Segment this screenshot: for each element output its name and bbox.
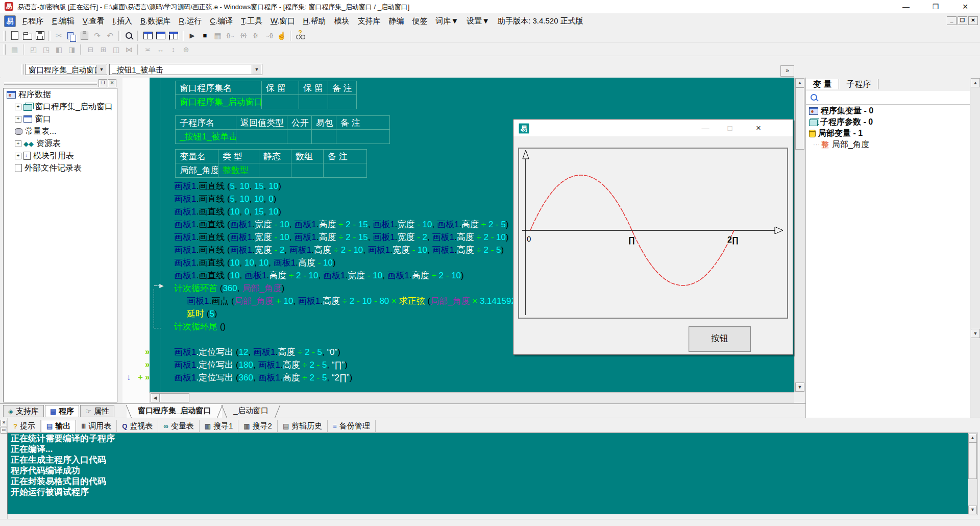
menu-item-插入[interactable]: I.插入: [109, 16, 136, 26]
menu-item-窗口[interactable]: W.窗口: [266, 16, 299, 26]
tree-item-外部文件记录表[interactable]: 外部文件记录表: [4, 162, 117, 174]
variables-tree-item[interactable]: ···整局部_角度: [806, 139, 970, 150]
menu-item-模块[interactable]: 模块: [330, 16, 353, 26]
table-value-cell[interactable]: [312, 130, 336, 144]
output-tab-剪辑历史[interactable]: ▤剪辑历史: [278, 420, 328, 432]
minimize-button[interactable]: —: [891, 0, 921, 13]
space-down-button[interactable]: ⋈: [122, 43, 135, 55]
table-value-cell[interactable]: [236, 130, 287, 144]
output-tab-变量表[interactable]: ∞变量表: [158, 420, 199, 432]
menu-item-编译[interactable]: C.编译: [206, 16, 237, 26]
program-close-button[interactable]: ×: [749, 119, 768, 136]
tree-item-模块引用表[interactable]: +模块引用表: [4, 150, 117, 162]
align-bottom-button[interactable]: ◨: [65, 43, 78, 55]
program-button[interactable]: 按钮: [689, 326, 751, 352]
code-line[interactable]: 计次循环首 (360, 局部_角度): [174, 282, 284, 295]
center-horizontal-button[interactable]: ⊟: [84, 43, 97, 55]
expand-icon[interactable]: +: [15, 153, 21, 159]
restore-button[interactable]: ❐: [921, 0, 950, 13]
variables-tree-item[interactable]: 子程序参数 - 0: [806, 116, 970, 128]
step-over-button[interactable]: {}→: [224, 30, 237, 41]
copy-button[interactable]: [65, 30, 78, 41]
code-line[interactable]: 画板1.画直线 (10, 10, 10, 画板1.高度 - 10): [174, 256, 336, 269]
panel-tab-支持库[interactable]: ◈支持库: [3, 405, 44, 417]
table-value-cell[interactable]: [324, 163, 367, 178]
table-value-cell[interactable]: [291, 163, 324, 178]
size-both-button[interactable]: ⊕: [180, 43, 192, 55]
panel-tab-程序[interactable]: ▤程序: [45, 405, 79, 417]
code-line[interactable]: 画板1.画直线 (画板1.宽度 - 10, 画板1.高度 ÷ 2 - 15, 画…: [174, 218, 509, 231]
open-file-button[interactable]: [21, 30, 34, 41]
mdi-restore-button[interactable]: ❐: [958, 16, 967, 25]
output-close-button[interactable]: ✕: [1, 420, 7, 426]
menu-item-助手版本: 3.4.520 正式版[interactable]: 助手版本: 3.4.520 正式版: [494, 16, 587, 26]
code-line[interactable]: 画板1.画直线 (5, 10, 15, 10): [174, 180, 281, 193]
document-tab-窗口程序集_启动窗口[interactable]: 窗口程序集_启动窗口: [127, 404, 222, 418]
output-tab-搜寻1[interactable]: ▥搜寻1: [200, 420, 239, 432]
panel-grip[interactable]: [4, 82, 97, 85]
variables-tree-item[interactable]: 局部变量 - 1: [806, 128, 970, 139]
variables-tab-变 量[interactable]: 变 量: [806, 79, 839, 89]
variables-scrollbar[interactable]: ▲ ▼: [970, 78, 980, 418]
run-button[interactable]: ▶: [186, 30, 199, 41]
pause-hand-button[interactable]: ☝: [275, 30, 288, 41]
window-split-vertical-button[interactable]: [141, 30, 154, 41]
undo-button[interactable]: ↶: [104, 30, 116, 41]
code-line[interactable]: 画板1.画直线 (10, 0, 15, 10): [174, 205, 281, 218]
form-grid-button[interactable]: ▦: [8, 43, 21, 55]
find-help-button[interactable]: ?: [294, 30, 307, 41]
menu-item-数据库[interactable]: B.数据库: [136, 16, 175, 26]
code-line[interactable]: 延时 (5): [187, 307, 217, 320]
code-line[interactable]: 画板1.画直线 (画板1.宽度 - 10, 画板1.高度 ÷ 2 - 15, 画…: [174, 231, 509, 244]
paste-button[interactable]: [78, 30, 91, 41]
output-log[interactable]: 正在统计需要编译的子程序正在编译...正在生成主程序入口代码程序代码编译成功正在…: [7, 433, 969, 514]
code-vertical-scrollbar[interactable]: ▲ ▼: [794, 78, 805, 392]
table-value-cell[interactable]: _按钮1_被单击: [175, 130, 236, 144]
make-same-height-button[interactable]: ↔: [154, 43, 167, 55]
stop-button[interactable]: ■: [199, 30, 211, 41]
output-tab-监视表[interactable]: Q监视表: [117, 420, 158, 432]
chevron-down-icon[interactable]: ▼: [252, 65, 261, 74]
window-split-grid-button[interactable]: [167, 30, 180, 41]
table-value-cell[interactable]: 局部_角度: [175, 163, 218, 178]
step-out-button[interactable]: {}↑: [250, 30, 262, 41]
menu-item-便签[interactable]: 便签: [408, 16, 431, 26]
step-into-button[interactable]: {+}: [237, 30, 250, 41]
mdi-minimize-button[interactable]: _: [947, 16, 957, 25]
assembly-combobox[interactable]: 窗口程序集_启动窗口 ▼: [26, 64, 107, 75]
panel-float-button[interactable]: ❐: [99, 79, 107, 87]
expand-icon[interactable]: +: [15, 116, 21, 123]
space-across-button[interactable]: ◫: [110, 43, 122, 55]
code-line[interactable]: 画板1.画直线 (5, 10, 10, 0): [174, 193, 276, 205]
menu-item-运行[interactable]: R.运行: [175, 16, 206, 26]
output-tab-输出[interactable]: ▤输出: [41, 420, 76, 433]
expand-icon[interactable]: +: [15, 104, 21, 110]
menu-item-编辑[interactable]: E.编辑: [48, 16, 79, 26]
more-panels-button[interactable]: »: [780, 65, 794, 77]
table-value-cell[interactable]: [336, 130, 390, 144]
output-tab-备份管理[interactable]: ≡备份管理: [328, 420, 376, 432]
scroll-up-icon[interactable]: ▲: [971, 78, 980, 87]
scroll-thumb[interactable]: [795, 87, 804, 150]
document-tab-_启动窗口[interactable]: _启动窗口: [222, 404, 279, 418]
code-horizontal-scrollbar[interactable]: ◀: [149, 392, 794, 403]
menu-item-工具[interactable]: T.工具: [237, 16, 266, 26]
code-line[interactable]: 画板1.画点 (局部_角度 + 10, 画板1.高度 ÷ 2 - 10 - 80…: [187, 295, 551, 307]
table-value-cell[interactable]: [328, 95, 357, 109]
run-to-cursor-button[interactable]: →{}: [262, 30, 275, 41]
make-same-width-button[interactable]: ≍: [141, 43, 154, 55]
running-program-window[interactable]: 易 — □ × 0 ∏ 2∏ 按钮: [513, 119, 793, 355]
table-value-cell[interactable]: [299, 95, 328, 109]
menu-item-程序[interactable]: F.程序: [18, 16, 48, 26]
scroll-up-icon[interactable]: ▲: [795, 78, 804, 87]
code-line[interactable]: 画板1.定位写出 (12, 画板1.高度 ÷ 2 - 5, “0”): [174, 346, 340, 358]
table-value-cell[interactable]: [259, 163, 291, 178]
debug-pages-button[interactable]: ▦: [211, 30, 224, 41]
tree-item-资源表[interactable]: +◆◆资源表: [4, 137, 117, 150]
code-line[interactable]: 计次循环尾 (): [174, 320, 226, 333]
mdi-close-button[interactable]: ✕: [968, 16, 978, 25]
save-button[interactable]: [34, 30, 46, 41]
menu-item-设置▼[interactable]: 设置▼: [462, 16, 494, 26]
panel-tab-属性[interactable]: ☞属性: [80, 405, 114, 417]
scroll-thumb[interactable]: [160, 393, 189, 402]
